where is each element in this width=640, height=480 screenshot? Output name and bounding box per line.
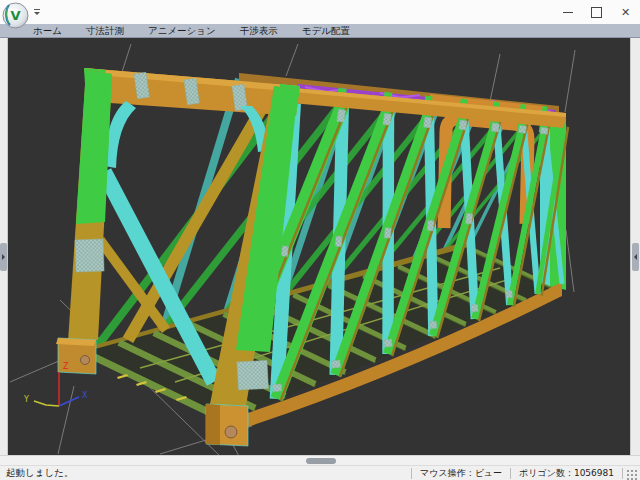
right-panel-splitter[interactable] <box>632 243 639 271</box>
tab-animation[interactable]: アニメーション <box>145 24 219 37</box>
truss-bridge-model: Z Y X <box>8 38 630 455</box>
window-controls: ✕ <box>553 0 640 24</box>
polygon-count-status: ポリゴン数：1056981 <box>510 468 622 479</box>
logo-letter: V <box>10 8 20 23</box>
minimize-icon <box>563 12 573 13</box>
tab-home[interactable]: ホーム <box>30 24 65 37</box>
horizontal-scrollbar-thumb[interactable] <box>306 458 336 464</box>
ribbon-tab-bar: ホーム 寸法計測 アニメーション 干渉表示 モデル配置 <box>0 24 640 38</box>
status-bar: 起動しました。 マウス操作：ビュー ポリゴン数：1056981 <box>0 465 640 480</box>
status-message: 起動しました。 <box>0 467 73 480</box>
axis-x-label: X <box>82 391 88 400</box>
maximize-icon <box>591 7 602 18</box>
left-panel-splitter[interactable] <box>0 243 7 271</box>
minimize-button[interactable] <box>553 0 582 24</box>
left-panel-strip <box>0 38 8 455</box>
axis-y-label: Y <box>23 395 29 404</box>
axis-z-label: Z <box>63 362 69 371</box>
quick-access-caret-icon[interactable] <box>33 8 43 17</box>
expand-right-icon <box>2 254 5 260</box>
title-bar: V ✕ <box>0 0 640 24</box>
application-window: V ✕ ホーム 寸法計測 アニメーション 干渉表示 モデル配置 <box>0 0 640 480</box>
resize-grip[interactable] <box>625 468 637 480</box>
bridge-geometry <box>56 68 568 446</box>
maximize-button[interactable] <box>582 0 611 24</box>
3d-viewport[interactable]: Z Y X <box>8 38 630 455</box>
close-icon: ✕ <box>621 7 630 18</box>
app-logo-icon[interactable]: V <box>2 2 29 29</box>
close-button[interactable]: ✕ <box>611 0 640 24</box>
tab-model-placement[interactable]: モデル配置 <box>299 24 353 37</box>
mouse-operation-status: マウス操作：ビュー <box>411 468 510 479</box>
right-panel-strip <box>630 38 640 455</box>
tab-dimension-measure[interactable]: 寸法計測 <box>83 24 127 37</box>
tab-interference-display[interactable]: 干渉表示 <box>237 24 281 37</box>
expand-left-icon <box>634 254 637 260</box>
